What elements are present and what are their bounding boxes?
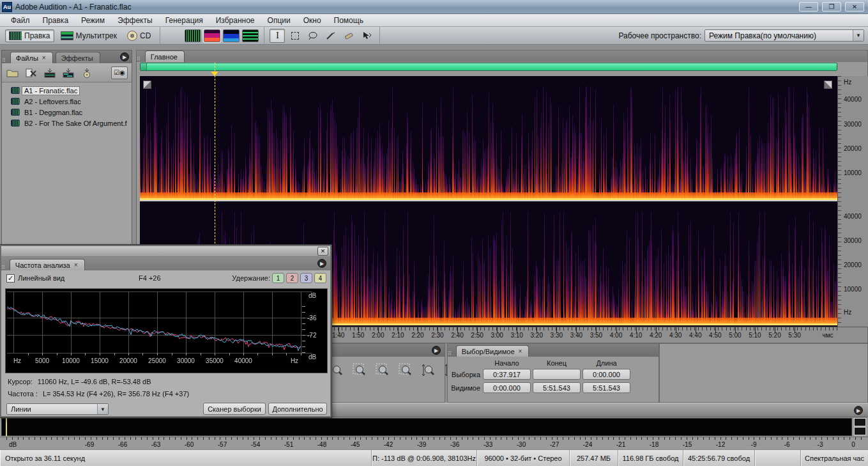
file-item[interactable]: B1 - Deggman.flac (2, 107, 132, 118)
zoom-in-vertical-button[interactable] (420, 362, 437, 378)
level-meter[interactable] (0, 417, 868, 437)
frequency-analysis-titlebar[interactable]: ✕ (1, 246, 330, 257)
time-selection-tool[interactable]: I (270, 29, 285, 43)
db-tick-label: 0 (851, 441, 855, 448)
import-file-button[interactable] (6, 66, 20, 79)
multitrack-view-button[interactable]: Мультитрек (57, 29, 121, 42)
tab-effects[interactable]: Эффекты (56, 52, 100, 63)
time-field[interactable]: 0:00.000 (582, 369, 630, 380)
show-options-toggle[interactable]: ☑◉ (111, 66, 128, 79)
close-icon[interactable]: ✕ (317, 247, 328, 256)
tab-selection-view[interactable]: Выбор/Видимое× (456, 345, 529, 357)
time-field[interactable]: 0:00.000 (483, 382, 531, 393)
scan-selection-button[interactable]: Сканер выборки (203, 403, 266, 415)
hold-button-1[interactable]: 1 (272, 273, 284, 283)
channel-select-right-handle[interactable] (824, 81, 832, 89)
spectral-phase-display-button[interactable] (242, 29, 259, 42)
cd-view-button[interactable]: CD (123, 29, 155, 43)
magnifier-icon (422, 363, 436, 377)
playhead-marker[interactable] (211, 72, 218, 76)
close-file-button[interactable] (24, 66, 38, 79)
menu-item-Генерация[interactable]: Генерация (160, 15, 209, 26)
linear-view-checkbox[interactable]: ✓ (6, 274, 15, 283)
navbar-left-handle[interactable] (141, 63, 147, 70)
menu-item-Режим[interactable]: Режим (75, 15, 110, 26)
menu-item-Правка[interactable]: Правка (37, 15, 75, 26)
panel-grip[interactable]: ⠿ (2, 58, 6, 63)
hold-button-2[interactable]: 2 (286, 273, 298, 283)
menu-item-Опции[interactable]: Опции (262, 15, 296, 26)
frequency-ruler[interactable]: Hz40000300002000010000400003000020000100… (837, 76, 868, 327)
status-format: 96000 • 32-бит • Стерео (477, 450, 570, 466)
advanced-button[interactable]: Дополнительно (268, 403, 327, 415)
time-field[interactable]: 5:51.543 (582, 382, 630, 393)
spectral-pan-display-button[interactable] (223, 29, 240, 42)
navigation-bar[interactable] (140, 63, 837, 71)
db-tick-label: -12 (716, 441, 725, 448)
insert-into-cd-button[interactable] (80, 66, 94, 79)
frequency-graph[interactable] (5, 288, 328, 373)
clip-indicator-left[interactable] (854, 418, 866, 426)
close-icon[interactable]: × (42, 54, 46, 61)
panel-menu-button[interactable]: ▶ (317, 259, 326, 268)
db-ruler[interactable]: dB-69-66-63-60-57-54-51-48-45-42-39-36-3… (0, 437, 868, 449)
lasso-icon (308, 31, 318, 40)
tab-main[interactable]: Главное (145, 50, 185, 62)
panel-grip[interactable]: ⠿ (137, 56, 141, 62)
hold-button-4[interactable]: 4 (314, 273, 326, 283)
spot-healing-brush-tool[interactable] (341, 29, 356, 43)
clip-indicator-right[interactable] (854, 427, 866, 435)
spectral-display-button[interactable] (204, 29, 220, 42)
selection-row-label: Видимое (448, 384, 483, 392)
display-mode-select[interactable]: Линии ▼ (6, 403, 109, 415)
db-tick-label: -39 (417, 441, 426, 448)
scrub-tool[interactable] (359, 29, 374, 43)
panel-menu-button[interactable]: ▶ (432, 346, 441, 355)
zoom-to-selection-button[interactable] (351, 362, 368, 378)
panel-grip[interactable]: ⠿ (448, 351, 452, 357)
restore-button[interactable]: ❐ (822, 2, 841, 12)
bandaid-icon (344, 31, 354, 40)
menu-item-Окно[interactable]: Окно (298, 15, 327, 26)
panel-menu-button[interactable]: ▶ (120, 52, 129, 61)
db-tick-label: -6 (784, 441, 790, 448)
file-item[interactable]: A1 - Franatic.flac (2, 85, 132, 96)
panel-menu-button[interactable]: ▶ (854, 406, 863, 415)
frequency-tick-label: 40000 (844, 96, 862, 103)
zoom-in-left-button[interactable] (374, 362, 391, 378)
lasso-selection-tool[interactable] (305, 29, 321, 43)
time-field[interactable]: 5:51.543 (533, 382, 581, 393)
edit-view-button[interactable]: Правка (5, 29, 54, 42)
db-tick-label: -48 (317, 441, 326, 448)
channel-select-left-handle[interactable] (143, 81, 151, 89)
cursor-value: 11060 Hz, L= -49.6 dB, R=-53.48 dB (38, 378, 151, 385)
insert-into-edit-button[interactable] (43, 66, 57, 79)
frequency-tick-label: Hz (844, 79, 851, 86)
workspace-select[interactable]: Режим Правка(по умолчанию) ▼ (704, 29, 864, 42)
hold-button-3[interactable]: 3 (300, 273, 312, 283)
menu-item-Эффекты[interactable]: Эффекты (112, 15, 158, 26)
tab-frequency-analysis[interactable]: Частота анализа× (10, 259, 85, 270)
menu-item-Избранное[interactable]: Избранное (210, 15, 261, 26)
frequency-label: Частота : (8, 390, 38, 398)
minimize-button[interactable]: — (799, 2, 818, 12)
file-item[interactable]: B2 - For The Sake Of Argument.f (2, 118, 132, 128)
time-field[interactable]: 0:37.917 (483, 369, 531, 380)
magnifier-icon (376, 363, 390, 377)
ibeam-icon: I (276, 30, 279, 41)
menu-item-Помощь[interactable]: Помощь (328, 15, 369, 26)
time-field[interactable] (533, 369, 581, 380)
close-icon[interactable]: × (519, 348, 522, 355)
zoom-in-right-button[interactable] (397, 362, 414, 378)
waveform-display-button[interactable] (185, 29, 201, 42)
close-icon[interactable]: × (74, 261, 78, 268)
insert-into-multitrack-button[interactable] (61, 66, 75, 79)
close-button[interactable]: ✕ (845, 2, 864, 12)
effects-paintbrush-tool[interactable] (323, 29, 339, 43)
panel-grip[interactable]: ⠿ (1, 265, 6, 270)
marquee-selection-tool[interactable] (287, 29, 303, 43)
menu-item-Файл[interactable]: Файл (5, 15, 36, 26)
tab-files[interactable]: Файлы× (10, 52, 53, 63)
file-item[interactable]: A2 - Leftovers.flac (2, 96, 132, 107)
audio-file-icon (11, 98, 20, 105)
